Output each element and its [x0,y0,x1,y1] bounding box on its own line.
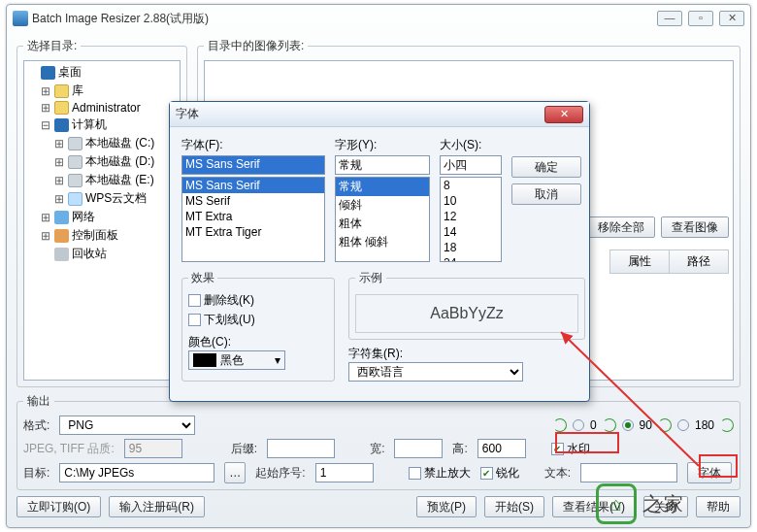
watermark-checkbox[interactable]: 水印 [551,441,590,457]
list-item[interactable]: 10 [441,193,501,209]
list-item[interactable]: MS Sans Serif [182,178,324,193]
tree-bin[interactable]: 回收站 [72,246,107,262]
width-input[interactable] [394,439,443,458]
list-item[interactable]: MT Extra Tiger [182,224,324,240]
underline-checkbox[interactable]: 下划线(U) [188,312,328,328]
browse-button[interactable]: … [224,462,246,483]
font-name-input[interactable]: MS Sans Serif [181,155,325,175]
sharpen-checkbox[interactable]: 锐化 [480,465,519,482]
rot-180-radio[interactable] [677,419,689,431]
size-field-label: 大小(S): [440,137,502,153]
control-panel-icon [54,229,69,243]
window-title: Batch Image Resizer 2.88(试用版) [32,11,657,27]
font-list[interactable]: MS Sans Serif MS Serif MT Extra MT Extra… [181,177,325,262]
tree-disk-e[interactable]: 本地磁盘 (E:) [85,172,154,188]
dialog-title: 字体 [176,106,544,122]
order-button[interactable]: 立即订购(O) [16,496,101,517]
recycle-bin-icon [54,248,69,261]
directory-legend: 选择目录: [23,38,81,54]
suffix-input[interactable] [267,439,335,458]
style-list[interactable]: 常规 倾斜 粗体 粗体 倾斜 [335,177,430,262]
list-item[interactable]: 粗体 [336,215,429,233]
app-icon [13,11,28,26]
rotate-cw-icon [720,418,734,432]
ok-button[interactable]: 确定 [511,156,581,178]
size-list[interactable]: 8 10 12 14 18 24 [440,177,502,262]
drive-icon [68,174,82,187]
folder-icon [54,84,69,98]
close-button[interactable]: ✕ [719,11,744,26]
height-label: 高: [452,441,467,457]
dialog-close-button[interactable]: ✕ [544,106,583,123]
list-item[interactable]: 18 [441,240,501,255]
font-button[interactable]: 字体 [687,462,732,483]
height-input[interactable] [477,439,526,458]
site-logo-icon: ⌂ [596,483,637,524]
tree-lib[interactable]: 库 [72,83,83,99]
output-panel: 输出 格式: PNG 0 90 180 JPEG, TIFF 品质: [16,393,741,490]
list-item[interactable]: 常规 [336,178,429,196]
list-item[interactable]: MS Serif [182,193,324,209]
list-item[interactable]: 粗体 倾斜 [336,233,429,251]
quality-label: JPEG, TIFF 品质: [23,441,115,457]
minimize-button[interactable]: — [657,11,682,26]
sample-preview: AaBbYyZz [355,294,578,333]
rotate-ccw-icon [553,418,567,432]
list-item[interactable]: MT Extra [182,209,324,224]
maximize-button[interactable]: ▫ [688,11,713,26]
network-icon [54,211,69,224]
site-watermark: ⌂ 之家 [596,482,751,526]
tree-disk-d[interactable]: 本地磁盘 (D:) [85,153,154,170]
size-input[interactable]: 小四 [440,155,502,175]
tree-admin[interactable]: Administrator [72,101,141,115]
font-dialog: 字体 ✕ 字体(F): MS Sans Serif MS Sans Serif … [169,101,590,402]
style-input[interactable]: 常规 [335,155,430,175]
list-item[interactable]: 倾斜 [336,196,429,215]
effects-group: 效果 删除线(K) 下划线(U) 颜色(C): 黑色 ▾ [181,270,335,382]
rotate-cw-icon [658,418,672,432]
charset-select[interactable]: 西欧语言 [348,362,523,382]
target-label: 目标: [23,465,49,482]
rotation-group: 0 90 180 [553,418,734,432]
dialog-titlebar: 字体 ✕ [170,102,589,127]
table-header: 属性 路径 [609,249,729,274]
suffix-label: 后缀: [231,441,257,457]
format-select[interactable]: PNG [59,416,195,435]
desktop-icon [41,66,55,80]
color-select[interactable]: 黑色 ▾ [188,350,285,370]
watermark-text-input[interactable] [580,463,677,482]
tree-network[interactable]: 网络 [72,209,95,225]
list-item[interactable]: 8 [441,178,501,193]
view-image-button[interactable]: 查看图像 [661,216,729,238]
cancel-button[interactable]: 取消 [511,183,581,205]
remove-all-button[interactable]: 移除全部 [587,216,655,238]
tree-ctrl[interactable]: 控制面板 [72,227,118,244]
strike-checkbox[interactable]: 删除线(K) [188,292,328,309]
tree-wps[interactable]: WPS云文档 [85,190,147,207]
col-path[interactable]: 路径 [670,250,728,273]
charset-label: 字符集(R): [348,346,585,362]
directory-tree[interactable]: 桌面 ⊞库 ⊞Administrator ⊟计算机 ⊞本地磁盘 (C:) ⊞本地… [23,60,181,381]
computer-icon [54,118,69,132]
preview-button[interactable]: 预览(P) [416,496,477,517]
list-item[interactable]: 12 [441,209,501,224]
color-label: 颜色(C): [188,334,328,350]
tree-computer[interactable]: 计算机 [72,116,107,133]
folder-icon [54,101,69,115]
startnum-input[interactable] [315,463,374,482]
tree-desktop[interactable]: 桌面 [58,64,82,81]
sample-legend: 示例 [355,270,386,286]
rot-0-radio[interactable] [573,419,584,431]
list-item[interactable]: 14 [441,224,501,240]
tree-disk-c[interactable]: 本地磁盘 (C:) [85,135,154,151]
col-attr[interactable]: 属性 [610,250,670,273]
target-input[interactable] [59,463,214,482]
register-button[interactable]: 输入注册码(R) [109,496,205,517]
directory-panel: 选择目录: 桌面 ⊞库 ⊞Administrator ⊟计算机 ⊞本地磁盘 (C… [16,38,187,387]
font-field-label: 字体(F): [181,137,325,153]
noscale-checkbox[interactable]: 禁止放大 [409,465,471,482]
rot-90-radio[interactable] [622,419,634,431]
list-item[interactable]: 24 [441,255,501,262]
start-button[interactable]: 开始(S) [484,496,544,517]
drive-icon [68,137,82,150]
